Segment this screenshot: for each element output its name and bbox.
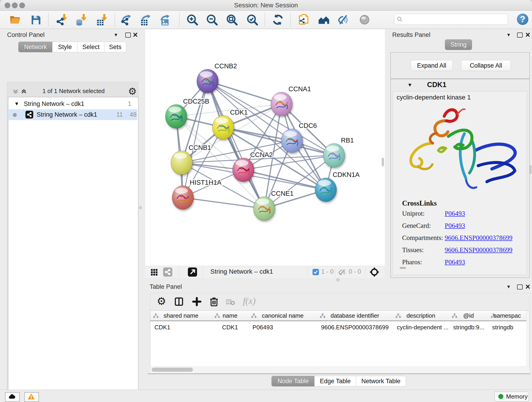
- string-style-icon[interactable]: [163, 268, 172, 277]
- close-panel-icon[interactable]: ×: [525, 32, 530, 37]
- save-session-icon[interactable]: [30, 13, 42, 26]
- tab-node-table[interactable]: Node Table: [272, 376, 315, 386]
- node-CDC25B[interactable]: [165, 104, 187, 128]
- function-builder-icon[interactable]: f(x): [243, 295, 256, 306]
- edge-HIST1H1A-CCNE1[interactable]: [183, 198, 264, 209]
- collapse-all-button[interactable]: Collapse All: [461, 60, 511, 71]
- bottom-splitter-handle[interactable]: [336, 278, 340, 281]
- panel-menu-icon[interactable]: ▼: [506, 32, 511, 38]
- table-horizontal-scrollbar[interactable]: [150, 366, 529, 373]
- collapse-gene-icon[interactable]: ▼: [407, 82, 412, 88]
- tab-network[interactable]: Network: [18, 42, 53, 52]
- fit-selection-crosshair-icon[interactable]: [369, 267, 380, 277]
- close-panel-icon[interactable]: ×: [133, 32, 138, 37]
- table-cell[interactable]: cyclin-dependent ...: [393, 322, 453, 332]
- column-header-name[interactable]: name: [212, 311, 249, 321]
- table-cell[interactable]: CDK1: [150, 322, 216, 332]
- node-CCNA2[interactable]: [233, 158, 254, 182]
- node-CDC6[interactable]: [281, 129, 303, 153]
- tab-string[interactable]: String: [445, 39, 472, 50]
- node-HIST1H1A[interactable]: [172, 186, 194, 210]
- show-columns-icon[interactable]: [174, 297, 184, 306]
- open-session-icon[interactable]: [9, 13, 21, 26]
- tab-edge-table[interactable]: Edge Table: [314, 376, 356, 386]
- panel-menu-icon[interactable]: ▼: [506, 284, 511, 289]
- import-network-icon[interactable]: [56, 13, 68, 26]
- column-header-description[interactable]: description: [393, 311, 449, 321]
- network-from-document-icon[interactable]: [298, 13, 310, 26]
- table-cell[interactable]: stringdb:9...: [449, 322, 492, 332]
- home-icon[interactable]: [317, 13, 330, 26]
- collapse-collection-icon[interactable]: ▼: [14, 101, 19, 107]
- delete-table-icon[interactable]: [226, 298, 235, 306]
- import-table-icon[interactable]: [96, 13, 108, 26]
- edge-CCNB2-CCNE1[interactable]: [208, 81, 264, 209]
- float-panel-icon[interactable]: [125, 32, 131, 38]
- crosslink-value-link[interactable]: P06493: [445, 210, 465, 217]
- zoom-fit-icon[interactable]: [226, 13, 238, 26]
- node-CCNE1[interactable]: [253, 197, 275, 220]
- hidden-eye-slash-icon[interactable]: [338, 269, 347, 276]
- cloud-button[interactable]: [5, 392, 20, 402]
- expand-all-button[interactable]: Expand All: [411, 60, 453, 71]
- table-vertical-scrollbar[interactable]: [526, 311, 530, 366]
- zoom-in-icon[interactable]: [186, 13, 198, 26]
- network-options-gear-icon[interactable]: ⚙: [128, 86, 137, 97]
- canvas-vertical-scrollbar[interactable]: [382, 158, 384, 166]
- column-header-canonical-name[interactable]: canonical name: [248, 311, 317, 321]
- add-column-icon[interactable]: [192, 297, 202, 306]
- crosslink-value-link[interactable]: P06493: [445, 258, 465, 266]
- results-panel-scrollbar[interactable]: [530, 165, 532, 174]
- table-cell[interactable]: P06493: [248, 322, 321, 332]
- table-gear-icon[interactable]: ⚙: [157, 295, 166, 307]
- memory-button[interactable]: Memory: [494, 392, 529, 401]
- selected-checkbox-icon[interactable]: [312, 269, 319, 275]
- network-collection-row[interactable]: ▼ String Network – cdk1 1: [9, 99, 137, 109]
- float-panel-icon[interactable]: [517, 284, 523, 289]
- node-RB1[interactable]: [323, 143, 345, 167]
- zoom-out-icon[interactable]: [206, 13, 218, 26]
- scrollbar-thumb[interactable]: [152, 368, 193, 372]
- crosslink-value-link[interactable]: P06493: [445, 222, 465, 230]
- node-CDKN1A[interactable]: [315, 178, 336, 202]
- column-header-shared-name[interactable]: shared name: [150, 311, 212, 321]
- export-table-icon[interactable]: [140, 13, 152, 26]
- zoom-selected-icon[interactable]: [246, 13, 259, 26]
- tab-select[interactable]: Select: [77, 42, 105, 52]
- refresh-layout-icon[interactable]: [272, 13, 284, 26]
- card-scrollbar[interactable]: [400, 267, 406, 269]
- collapse-all-networks-icon[interactable]: [12, 88, 19, 95]
- crosslink-value-link[interactable]: 9606.ENSP00000378699: [445, 246, 513, 254]
- export-network-icon[interactable]: [120, 13, 133, 26]
- table-cell[interactable]: CDK1: [212, 322, 248, 332]
- network-row-selected[interactable]: String Network – cdk1 11 48: [9, 109, 137, 120]
- float-panel-icon[interactable]: [517, 32, 523, 38]
- search-field[interactable]: [394, 14, 508, 25]
- column-header-namespac[interactable]: namespac: [488, 311, 526, 321]
- tab-network-table[interactable]: Network Table: [356, 376, 406, 386]
- help-icon[interactable]: ?: [517, 13, 528, 25]
- table-cell[interactable]: stringdb: [488, 322, 530, 332]
- table-cell[interactable]: 9606.ENSP00000378699: [317, 322, 393, 332]
- birdseye-grid-icon[interactable]: [150, 268, 158, 276]
- left-splitter-handle[interactable]: [139, 206, 142, 209]
- delete-column-trash-icon[interactable]: [209, 296, 219, 307]
- node-CCNA1[interactable]: [271, 92, 292, 116]
- open-in-browser-icon[interactable]: [188, 268, 197, 277]
- column-header--id[interactable]: @id: [449, 311, 488, 321]
- node-CDK1[interactable]: [212, 115, 234, 139]
- column-header-database-identifier[interactable]: database identifier: [317, 311, 393, 321]
- network-view-canvas[interactable]: CCNB2CCNA1CDC25BCDK1CDC6RB1CCNB1CCNA2CDK…: [145, 29, 385, 266]
- import-database-icon[interactable]: [75, 13, 88, 26]
- search-input[interactable]: [404, 14, 506, 24]
- show-hide-panels-icon[interactable]: [337, 13, 349, 26]
- close-panel-icon[interactable]: ×: [525, 284, 530, 289]
- edge-CCNB2-CCNA1[interactable]: [208, 81, 282, 104]
- tab-sets[interactable]: Sets: [104, 42, 126, 52]
- crosslink-value-link[interactable]: 9606.ENSP00000378699: [445, 234, 513, 242]
- export-image-icon[interactable]: [159, 13, 171, 26]
- node-CCNB2[interactable]: [197, 69, 218, 93]
- tab-style[interactable]: Style: [52, 42, 78, 52]
- node-CCNB1[interactable]: [171, 151, 192, 175]
- expand-all-networks-icon[interactable]: [20, 88, 27, 95]
